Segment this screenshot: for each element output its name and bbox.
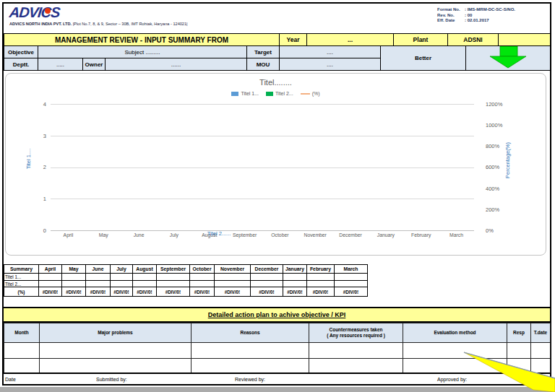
summary-cell[interactable] (283, 274, 307, 281)
x-axis-label: April (51, 232, 86, 238)
gridline (51, 167, 474, 168)
action-cell[interactable] (531, 359, 551, 373)
better-direction-cell (466, 46, 551, 71)
summary-cell[interactable] (190, 274, 215, 281)
summary-header-cell: February (307, 265, 335, 274)
x-axis-title: Titel 2...... (207, 230, 231, 237)
logo-red-dot-icon (45, 8, 51, 14)
div-error-cell: #DIV/0! (307, 287, 335, 297)
action-col-evaluation: Evaluation method (403, 323, 507, 343)
summary-cell[interactable] (39, 274, 62, 281)
owner-value-cell[interactable]: ...... (106, 58, 247, 71)
summary-cell[interactable] (307, 274, 335, 281)
x-axis-labels: April May June July August September Oct… (51, 232, 474, 238)
summary-cell[interactable] (133, 274, 157, 281)
summary-header-cell: November (215, 265, 251, 274)
summary-cell[interactable] (335, 281, 368, 287)
action-col-reasons: Reasons (192, 323, 309, 343)
x-axis-label: March (439, 232, 474, 238)
legend-item-series3: (%) (301, 91, 320, 96)
year-value-cell[interactable]: ... (307, 34, 394, 46)
action-cell[interactable] (4, 359, 40, 373)
summary-row-titel1: Titel 1... (4, 274, 368, 281)
owner-label: Owner (83, 58, 106, 71)
action-cell[interactable] (40, 343, 192, 359)
plant-label: Plant (394, 34, 448, 46)
y-axis-tick: 3 (27, 133, 46, 139)
target-value-cell[interactable]: .... (280, 46, 381, 58)
x-axis-label: October (262, 232, 298, 238)
summary-cell[interactable] (111, 281, 133, 287)
subject-value-cell[interactable]: Subject ......... (38, 46, 247, 58)
action-plan-row (4, 343, 551, 359)
format-no-label: Format No. (437, 7, 465, 13)
summary-cell[interactable] (215, 274, 251, 281)
chart-title: Titel........ (6, 78, 546, 87)
action-cell[interactable] (4, 343, 40, 359)
series3-line-swatch-icon (301, 93, 310, 95)
plant-value-cell[interactable]: ADSNI (448, 34, 499, 46)
summary-header-cell: December (251, 265, 283, 274)
summary-cell[interactable] (111, 274, 133, 281)
action-cell[interactable] (192, 359, 309, 373)
legend-label-series1: Titel 1... (241, 91, 259, 96)
summary-row-titel2: Titel 2... (4, 281, 368, 287)
action-col-major-problems: Major problems (40, 323, 192, 343)
summary-row-label: Titel 2... (4, 281, 39, 287)
action-plan-table: Month Major problems Reasons Countermeas… (4, 323, 551, 373)
legend-label-series2: Titel 2... (275, 91, 293, 96)
right-axis-tick: 600% (486, 164, 517, 170)
action-cell[interactable] (403, 343, 507, 359)
summary-cell[interactable] (157, 274, 190, 281)
summary-cell[interactable] (62, 274, 86, 281)
summary-row-label: Titel 1... (4, 274, 39, 281)
summary-cell[interactable] (215, 281, 251, 287)
objective-label: Objective (4, 46, 38, 58)
summary-header-cell: May (62, 265, 86, 274)
summary-cell[interactable] (86, 281, 111, 287)
company-address: |Plot No.7, 8, & 9, Sector – 30B, IMT Ro… (72, 22, 187, 26)
action-cell[interactable] (309, 343, 403, 359)
summary-row-percent: (%) #DIV/0! #DIV/0! #DIV/0! #DIV/0! #DIV… (4, 287, 368, 297)
action-cell[interactable] (403, 359, 507, 373)
summary-cell[interactable] (62, 281, 86, 287)
form-sheet: ADVICS ADVICS NORTH INDIA PVT. LTD. |Plo… (2, 2, 551, 386)
summary-cell[interactable] (335, 274, 368, 281)
action-cell[interactable] (192, 343, 309, 359)
div-error-cell: #DIV/0! (335, 287, 368, 297)
summary-cell[interactable] (251, 274, 283, 281)
div-error-cell: #DIV/0! (251, 287, 283, 297)
deptt-value-cell[interactable]: ..... (38, 58, 83, 71)
summary-cell[interactable] (157, 281, 190, 287)
action-cell[interactable] (40, 359, 192, 373)
summary-header-cell: June (86, 265, 111, 274)
target-label: Target (247, 46, 280, 58)
summary-cell[interactable] (39, 281, 62, 287)
summary-cell[interactable] (283, 281, 307, 287)
mou-value-cell[interactable]: .... (280, 58, 381, 71)
gridline (51, 199, 474, 199)
title-bar: MANAGEMENT REVIEW - INPUT SUMMARY FROM Y… (4, 33, 551, 46)
summary-cell[interactable] (86, 274, 111, 281)
green-down-arrow-icon (489, 46, 528, 69)
action-col-resp: Resp (507, 323, 531, 343)
action-col-month: Month (4, 323, 40, 343)
year-label: Year (280, 34, 307, 46)
better-label: Better (381, 46, 466, 71)
x-axis-label: January (368, 232, 403, 238)
action-cell[interactable] (531, 343, 551, 359)
summary-cell[interactable] (307, 281, 335, 287)
action-plan-banner: Detailed action plan to achive objective… (4, 307, 550, 323)
x-axis-line (51, 230, 474, 231)
reviewed-by-label: Reviewed by: (235, 377, 265, 382)
summary-cell[interactable] (251, 281, 283, 287)
action-plan-row (4, 359, 551, 373)
action-cell[interactable] (309, 359, 403, 373)
summary-cell[interactable] (133, 281, 157, 287)
summary-cell[interactable] (190, 281, 215, 287)
action-cell[interactable] (507, 343, 531, 359)
chart-legend: Titel 1... Titel 2... (%) (6, 91, 546, 96)
legend-item-series2: Titel 2... (266, 91, 293, 96)
action-cell[interactable] (507, 359, 531, 373)
right-axis-tick: 1000% (486, 122, 517, 129)
